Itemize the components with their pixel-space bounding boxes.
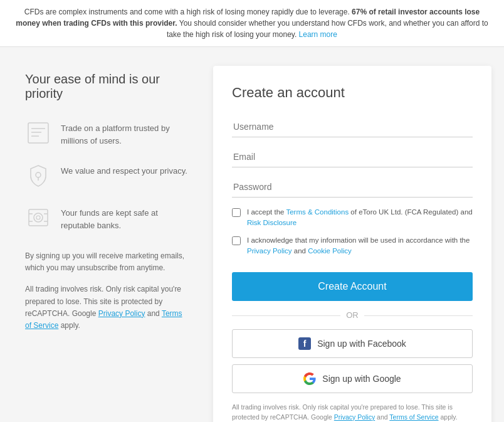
privacy-checkbox[interactable]: [232, 236, 241, 245]
risk-disclosure-link[interactable]: Risk Disclosure: [247, 219, 297, 226]
terms-label: I accept the Terms & Conditions of eToro…: [247, 207, 473, 229]
svg-rect-6: [29, 209, 48, 226]
or-label: OR: [346, 310, 359, 320]
feature-item-1: Trade on a platform trusted by millions …: [25, 120, 188, 147]
platform-icon: [25, 120, 51, 146]
svg-point-4: [36, 172, 41, 177]
svg-point-7: [34, 213, 43, 222]
bottom-privacy-link[interactable]: Privacy Policy: [334, 413, 375, 421]
cookie-policy-link[interactable]: Cookie Policy: [308, 247, 352, 255]
marketing-text: By signing up you will receive marketing…: [25, 250, 188, 274]
feature-item-3: Your funds are kept safe at reputable ba…: [25, 204, 188, 231]
feature-text-3: Your funds are kept safe at reputable ba…: [61, 204, 188, 231]
main-content: Your ease of mind is our priority Trade …: [0, 47, 504, 422]
feature-text-2: We value and respect your privacy.: [61, 162, 187, 177]
terms-conditions-link[interactable]: Terms & Conditions: [286, 208, 349, 216]
left-privacy-link[interactable]: Privacy Policy: [98, 309, 145, 318]
username-group: [232, 117, 473, 137]
password-group: [232, 177, 473, 198]
banner-strong: 67% of retail investor accounts lose mon…: [16, 8, 480, 28]
privacy-icon: [25, 162, 51, 189]
bottom-disclaimer: All trading involves risk. Only risk cap…: [232, 403, 473, 422]
create-account-heading: Create an account: [232, 85, 473, 101]
create-account-button[interactable]: Create Account: [232, 272, 473, 301]
google-signup-button[interactable]: Sign up with Google: [232, 364, 473, 393]
right-panel: Create an account I accept the Terms & C…: [213, 66, 491, 422]
username-input[interactable]: [232, 117, 473, 137]
left-heading: Your ease of mind is our priority: [25, 72, 188, 101]
learn-more-link[interactable]: Learn more: [299, 30, 337, 39]
privacy-label: I acknowledge that my information will b…: [247, 235, 473, 257]
left-panel: Your ease of mind is our priority Trade …: [13, 66, 201, 422]
feature-list: Trade on a platform trusted by millions …: [25, 120, 188, 231]
bottom-terms-link[interactable]: Terms of Service: [389, 413, 438, 421]
left-disclaimer: All trading involves risk. Only risk cap…: [25, 283, 188, 332]
svg-rect-0: [28, 123, 48, 143]
email-input[interactable]: [232, 147, 473, 167]
terms-checkbox-group: I accept the Terms & Conditions of eToro…: [232, 207, 473, 229]
terms-checkbox[interactable]: [232, 208, 241, 217]
banner-text: CFDs are complex instruments and come wi…: [16, 8, 488, 39]
safe-funds-icon: [25, 204, 51, 231]
google-button-label: Sign up with Google: [322, 374, 401, 384]
feature-item-2: We value and respect your privacy.: [25, 162, 188, 189]
feature-text-1: Trade on a platform trusted by millions …: [61, 120, 188, 147]
email-group: [232, 147, 473, 167]
or-divider: OR: [232, 310, 473, 320]
privacy-checkbox-group: I acknowledge that my information will b…: [232, 235, 473, 257]
google-icon: [303, 372, 316, 385]
facebook-button-label: Sign up with Facebook: [317, 339, 406, 349]
privacy-policy-link[interactable]: Privacy Policy: [247, 247, 292, 255]
password-input[interactable]: [232, 177, 473, 198]
svg-point-8: [36, 216, 40, 219]
facebook-signup-button[interactable]: f Sign up with Facebook: [232, 329, 473, 358]
facebook-icon: f: [298, 337, 311, 350]
top-banner: CFDs are complex instruments and come wi…: [0, 0, 504, 47]
